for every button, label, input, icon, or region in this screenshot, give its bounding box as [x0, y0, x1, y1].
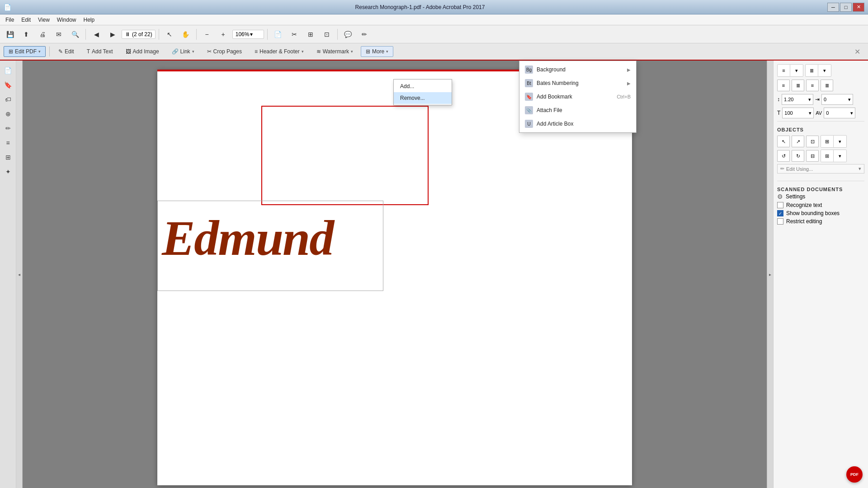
bates-icon: Bt — [525, 79, 533, 87]
recognize-text-checkbox[interactable] — [777, 202, 783, 208]
zoom-out-button[interactable]: − — [200, 28, 214, 41]
char-space-dropdown[interactable]: 0 ▾ — [824, 108, 855, 118]
page-tool3[interactable]: ⊡ — [320, 28, 334, 41]
article-icon: U — [525, 120, 533, 128]
align-center-button[interactable]: ≣ — [792, 80, 804, 91]
header-footer-button[interactable]: ≡ Header & Footer ▾ — [250, 46, 309, 57]
edit-using-icon: ✏ — [780, 166, 784, 172]
show-bounding-boxes-checkbox[interactable]: ✓ — [777, 210, 783, 216]
crop-pages-button[interactable]: ✂ Crop Pages — [202, 46, 247, 57]
sidebar-pages[interactable]: 📄 — [1, 64, 15, 77]
char-size-dropdown[interactable]: 100 ▾ — [782, 108, 814, 118]
line-spacing-icon: ↕ — [777, 96, 780, 103]
edit-pdf-icon: ⊞ — [9, 48, 13, 55]
zoom-arrow: ▾ — [250, 31, 253, 38]
crop-obj-button[interactable]: ⊡ — [806, 136, 819, 147]
sidebar-tags[interactable]: 🏷 — [1, 93, 15, 106]
rotate-left-button[interactable]: ↺ — [777, 150, 790, 162]
title-bar: 📄 Research Monograph-1.pdf - Adobe Acrob… — [0, 0, 868, 14]
more-button[interactable]: ⊞ More ▾ — [361, 46, 393, 57]
save-button[interactable]: 💾 — [3, 28, 17, 41]
print-button[interactable]: 🖨 — [35, 28, 50, 41]
align-obj-arrow[interactable]: ▾ — [834, 136, 846, 147]
dd-bookmark-item[interactable]: 🔖 Add Bookmark Ctrl+B — [519, 90, 636, 103]
comment-button[interactable]: 💬 — [341, 28, 355, 41]
zoom-box[interactable]: 106% ▾ — [232, 30, 264, 39]
edit-using-label: Edit Using... — [786, 166, 813, 172]
align-obj-button[interactable]: ⊞ — [821, 136, 834, 147]
rotate-right-button[interactable]: ↻ — [792, 150, 804, 162]
left-collapse-handle[interactable]: ◂ — [16, 61, 23, 488]
context-remove-item[interactable]: Remove... — [394, 92, 452, 104]
edit-using-row[interactable]: ✏ Edit Using... ▾ — [777, 164, 864, 174]
sidebar-layers[interactable]: ≡ — [1, 136, 15, 149]
select-tool[interactable]: ↖ — [162, 28, 177, 41]
indent-dropdown[interactable]: 0 ▾ — [821, 94, 853, 105]
menu-edit[interactable]: Edit — [18, 16, 34, 24]
next-page-button[interactable]: ▶ — [105, 28, 120, 41]
separator3 — [196, 29, 197, 40]
edit-pdf-button[interactable]: ⊞ Edit PDF ▾ — [4, 46, 46, 57]
context-add-item[interactable]: Add... — [394, 80, 452, 92]
page-tool1[interactable]: 📄 — [271, 28, 285, 41]
add-image-button[interactable]: 🖼 Add Image — [121, 46, 164, 57]
menu-file[interactable]: File — [2, 16, 18, 24]
sidebar-bookmark[interactable]: 🔖 — [1, 79, 15, 91]
separator4 — [267, 29, 268, 40]
sidebar-wand[interactable]: ✦ — [1, 165, 15, 178]
separator5 — [337, 29, 338, 40]
add-text-button[interactable]: T Add Text — [82, 46, 118, 57]
flip-obj-button[interactable]: ⊟ — [806, 150, 819, 162]
watermark-button[interactable]: ≋ Watermark ▾ — [311, 46, 358, 57]
prev-page-button[interactable]: ◀ — [89, 28, 104, 41]
search-button[interactable]: 🔍 — [68, 28, 82, 41]
objects-title: OBJECTS — [777, 127, 864, 132]
close-toolbar-button[interactable]: ✕ — [850, 45, 864, 58]
bullet-list-arrow[interactable]: ▾ — [790, 65, 803, 76]
dd-attach-item[interactable]: 📎 Attach File — [519, 103, 636, 117]
close-button[interactable]: ✕ — [853, 3, 864, 12]
justify-button[interactable]: ≣ — [821, 80, 833, 91]
selection-box[interactable] — [261, 106, 429, 205]
sidebar-compass[interactable]: ⊕ — [1, 108, 15, 120]
group-obj-button[interactable]: ⊞ — [821, 150, 834, 162]
dd-bates-item[interactable]: Bt Bates Numbering ▶ — [519, 76, 636, 90]
link-button[interactable]: 🔗 Link ▾ — [167, 46, 199, 57]
indent-icon: ⇥ — [815, 96, 820, 103]
email-button[interactable]: ✉ — [52, 28, 66, 41]
zoom-in-button[interactable]: + — [216, 28, 231, 41]
sidebar-pencil[interactable]: ✏ — [1, 122, 15, 135]
dd-article-item[interactable]: U Add Article Box — [519, 117, 636, 131]
menu-help[interactable]: Help — [80, 16, 99, 24]
group-obj-arrow[interactable]: ▾ — [834, 150, 846, 162]
draw-button[interactable]: ✏ — [357, 28, 372, 41]
recognize-text-row: Recognize text — [777, 202, 864, 208]
page-tool2[interactable]: ⊞ — [303, 28, 318, 41]
resize-obj-button[interactable]: ↗ — [792, 136, 804, 147]
align-left-button[interactable]: ≡ — [777, 80, 790, 91]
zoom-level: 106% — [236, 31, 250, 38]
hand-tool[interactable]: ✋ — [179, 28, 193, 41]
select-obj-button[interactable]: ↖ — [777, 136, 790, 147]
upload-button[interactable]: ⬆ — [19, 28, 33, 41]
align-right-button[interactable]: ≡ — [806, 80, 819, 91]
dd-background-item[interactable]: Bg Background ▶ — [519, 63, 636, 76]
restrict-editing-row: Restrict editing — [777, 218, 864, 225]
context-menu: Add... Remove... — [393, 79, 452, 105]
edit-button[interactable]: ✎ Edit — [53, 46, 79, 57]
maximize-button[interactable]: □ — [840, 3, 852, 12]
crop-tool[interactable]: ✂ — [287, 28, 302, 41]
sidebar-grid[interactable]: ⊞ — [1, 151, 15, 164]
tool-sep1 — [49, 47, 50, 56]
number-list-arrow[interactable]: ▾ — [818, 65, 831, 76]
menu-view[interactable]: View — [34, 16, 53, 24]
line-spacing-dropdown[interactable]: 1.20 ▾ — [782, 94, 813, 105]
right-collapse-handle[interactable]: ▸ — [767, 61, 773, 488]
restrict-editing-checkbox[interactable] — [777, 218, 783, 225]
article-label: Add Article Box — [537, 121, 573, 127]
menu-window[interactable]: Window — [53, 16, 80, 24]
pdf-badge[interactable]: PDF — [846, 466, 863, 483]
number-list-button[interactable]: ≣ — [806, 65, 818, 76]
minimize-button[interactable]: ─ — [827, 3, 839, 12]
bullet-list-button[interactable]: ≡ — [778, 65, 790, 76]
